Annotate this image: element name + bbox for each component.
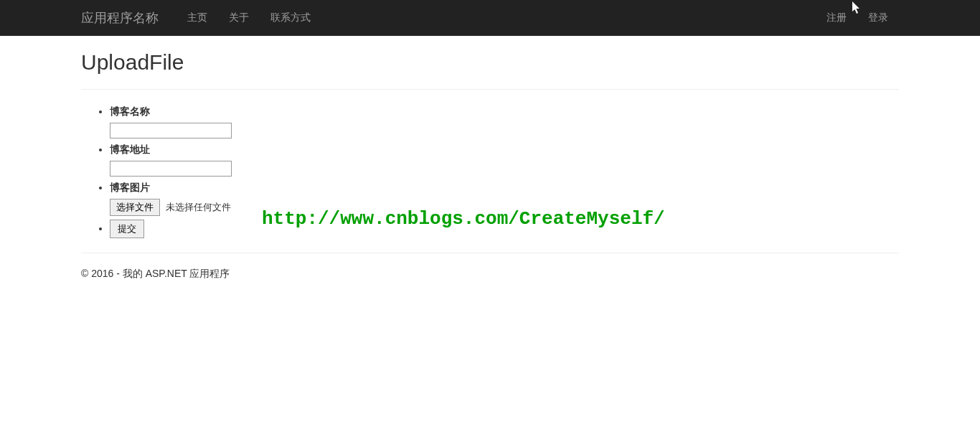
blog-name-input[interactable] (110, 123, 232, 138)
navbar-inner: 应用程序名称 主页 关于 联系方式 注册 登录 (70, 9, 910, 27)
watermark-text: http://www.cnblogs.com/CreateMyself/ (262, 208, 665, 230)
navbar-right: 注册 登录 (816, 11, 899, 24)
form-item-blog-address: 博客地址 (110, 142, 899, 177)
navbar-top: 应用程序名称 主页 关于 联系方式 注册 登录 (0, 0, 980, 36)
nav-link-home[interactable]: 主页 (187, 11, 207, 23)
navbar-left: 应用程序名称 主页 关于 联系方式 (81, 9, 321, 27)
nav-link-register[interactable]: 注册 (816, 11, 857, 24)
divider-top (81, 89, 899, 90)
footer-text: © 2016 - 我的 ASP.NET 应用程序 (81, 268, 899, 281)
blog-address-input[interactable] (110, 161, 232, 177)
blog-image-label: 博客图片 (110, 180, 899, 195)
main-container: UploadFile 博客名称 博客地址 博客图片 选择文件 未选择任何文件 提… (70, 50, 910, 295)
nav-link-login[interactable]: 登录 (857, 11, 899, 24)
submit-button[interactable]: 提交 (110, 220, 144, 238)
divider-bottom (81, 253, 899, 253)
blog-name-label: 博客名称 (110, 104, 899, 119)
footer: © 2016 - 我的 ASP.NET 应用程序 (81, 268, 899, 295)
form-item-blog-name: 博客名称 (110, 104, 899, 138)
nav-link-about[interactable]: 关于 (229, 11, 249, 23)
page-title: UploadFile (81, 50, 899, 75)
blog-address-label: 博客地址 (110, 142, 899, 157)
navbar-brand[interactable]: 应用程序名称 (81, 9, 169, 27)
navbar-nav: 主页 关于 联系方式 (176, 11, 321, 24)
file-status-text: 未选择任何文件 (166, 202, 231, 212)
nav-link-contact[interactable]: 联系方式 (270, 11, 311, 23)
choose-file-button[interactable]: 选择文件 (110, 199, 160, 216)
